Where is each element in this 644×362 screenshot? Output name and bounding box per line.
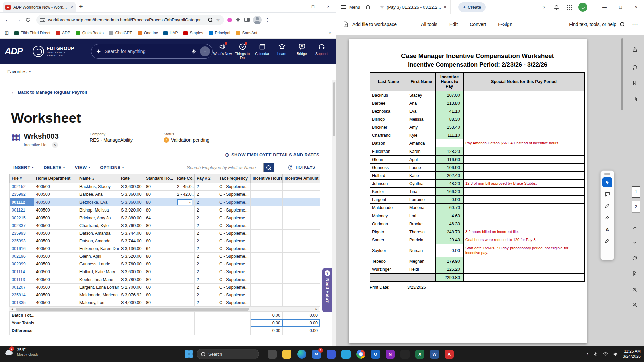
- page-down-icon[interactable]: [630, 237, 640, 247]
- nav-learn[interactable]: Learn: [272, 43, 292, 60]
- std-hours-cell[interactable]: 80: [144, 222, 175, 230]
- dept-cell[interactable]: 400500: [34, 198, 77, 206]
- window-minimize-button[interactable]: —: [597, 0, 612, 14]
- rate-code-cell[interactable]: [175, 214, 195, 222]
- pay2-cell[interactable]: 2: [195, 299, 217, 307]
- zoom-out-icon[interactable]: [630, 300, 640, 310]
- dept-cell[interactable]: 400500: [34, 214, 77, 222]
- rate-cell[interactable]: S 3,744.00: [119, 237, 144, 245]
- forward-icon[interactable]: →: [15, 17, 22, 23]
- tax-frequency-cell[interactable]: C - Suppleme...: [217, 214, 251, 222]
- all-tools-tab[interactable]: All tools: [421, 22, 437, 27]
- mic-icon[interactable]: [191, 49, 197, 54]
- tax-frequency-cell[interactable]: C - Suppleme...: [217, 284, 251, 291]
- grid-row[interactable]: 235814400500Maldonado, MarlenaS 3,076.92…: [10, 291, 320, 299]
- std-hours-cell[interactable]: 80: [144, 191, 175, 198]
- taskbar-app-edge[interactable]: [297, 350, 306, 359]
- more-options-icon[interactable]: ⋯: [632, 21, 638, 28]
- file-number-cell[interactable]: 001335: [10, 299, 34, 307]
- hotkeys-button[interactable]: ? HOTKEYS: [288, 165, 315, 170]
- std-hours-cell[interactable]: 80: [144, 276, 175, 284]
- file-number-cell[interactable]: 001113: [10, 276, 34, 284]
- window-minimize-button[interactable]: —: [290, 0, 305, 13]
- dept-cell[interactable]: 400500: [34, 284, 77, 291]
- tax-frequency-cell[interactable]: C - Suppleme...: [217, 245, 251, 253]
- options-menu[interactable]: OPTIONS▾: [100, 165, 124, 170]
- pdf-scrollbar-thumb[interactable]: [621, 38, 623, 110]
- apps-grid-icon[interactable]: ⊞: [5, 30, 9, 36]
- refresh-icon[interactable]: [630, 253, 640, 263]
- bookmark-item[interactable]: HAP: [163, 31, 178, 35]
- rate-cell[interactable]: S 3,780.00: [119, 276, 144, 284]
- std-hours-cell[interactable]: 80: [144, 291, 175, 299]
- zoom-in-icon[interactable]: [630, 285, 640, 295]
- rate-code-cell[interactable]: [175, 284, 195, 291]
- rate-code-cell[interactable]: [175, 230, 195, 237]
- pay2-cell[interactable]: 2: [195, 291, 217, 299]
- pay2-cell[interactable]: 2: [195, 191, 217, 198]
- rate-code-cell[interactable]: [175, 260, 195, 268]
- incentive-hours-cell[interactable]: [251, 284, 283, 291]
- extensions-icon[interactable]: [235, 17, 241, 23]
- std-hours-cell[interactable]: 80: [144, 253, 175, 260]
- incentive-hours-cell[interactable]: [251, 260, 283, 268]
- incentive-hours-cell[interactable]: [251, 299, 283, 307]
- highlight-tool[interactable]: [602, 201, 612, 211]
- pay2-cell[interactable]: 2: [195, 206, 217, 214]
- rate-cell[interactable]: S 2,880.00: [119, 214, 144, 222]
- name-cell[interactable]: Holbird, Katie Mary: [77, 268, 119, 276]
- new-tab-button[interactable]: +: [79, 3, 83, 10]
- totals-hours-cell[interactable]: 0.00: [251, 319, 283, 327]
- nav-whats-new[interactable]: What's New: [213, 43, 232, 60]
- dept-cell[interactable]: 400500: [34, 206, 77, 214]
- incentive-amount-cell[interactable]: [283, 260, 320, 268]
- search-url-icon[interactable]: [208, 18, 213, 22]
- pay2-cell[interactable]: 2: [195, 260, 217, 268]
- add-text-tool[interactable]: A: [602, 224, 612, 234]
- convert-tab[interactable]: Convert: [470, 22, 486, 27]
- weather-widget[interactable]: 1 35°F Mostly cloudy: [3, 348, 39, 356]
- tax-frequency-cell[interactable]: C - Suppleme...: [217, 191, 251, 198]
- rate-code-cell[interactable]: 2 - 45.0...: [175, 183, 195, 191]
- rate-code-cell[interactable]: [175, 222, 195, 230]
- totals-amount-cell[interactable]: 0.00: [283, 319, 320, 327]
- bookmarks-panel-icon[interactable]: [630, 78, 640, 88]
- comment-tool[interactable]: [602, 189, 612, 199]
- browser-menu-icon[interactable]: ⋮: [265, 17, 270, 23]
- std-hours-cell[interactable]: 80: [144, 230, 175, 237]
- file-number-cell[interactable]: 002152: [10, 183, 34, 191]
- insert-menu[interactable]: INSERT▾: [13, 165, 34, 170]
- mic-tray-icon[interactable]: [593, 352, 598, 357]
- tax-frequency-cell[interactable]: C - Suppleme...: [217, 291, 251, 299]
- col-standard-hours[interactable]: Standard Ho...: [144, 174, 175, 183]
- pay2-cell[interactable]: 2: [195, 276, 217, 284]
- site-info-icon[interactable]: [40, 18, 45, 22]
- incentive-amount-cell[interactable]: [283, 198, 320, 206]
- name-cell[interactable]: Maloney, Lori: [77, 299, 119, 307]
- incentive-amount-cell[interactable]: [283, 237, 320, 245]
- grid-row[interactable]: 001207400500Largent, Edna LorraineS 2,70…: [10, 284, 320, 291]
- tax-frequency-cell[interactable]: C - Suppleme...: [217, 183, 251, 191]
- taskbar-app-skype[interactable]: [341, 350, 351, 359]
- bookmark-item[interactable]: Principal: [209, 31, 230, 35]
- window-close-button[interactable]: ×: [321, 0, 336, 13]
- name-cell[interactable]: Largent, Edna Lorraine: [77, 284, 119, 291]
- tax-frequency-cell[interactable]: C - Suppleme...: [217, 230, 251, 237]
- file-number-cell[interactable]: 001112: [10, 198, 34, 206]
- tax-frequency-cell[interactable]: C - Suppleme...: [217, 268, 251, 276]
- taskbar-clock[interactable]: 11:26 AM 3/24/2026: [623, 349, 641, 359]
- tax-frequency-cell[interactable]: C - Suppleme...: [217, 222, 251, 230]
- incentive-hours-cell[interactable]: [251, 276, 283, 284]
- bookmark-item[interactable]: Fifth Third Direct: [14, 31, 50, 35]
- add-file-button[interactable]: Add file to workspace: [342, 21, 397, 28]
- pay2-cell[interactable]: 2: [195, 214, 217, 222]
- more-tools-icon[interactable]: ⋯: [602, 248, 612, 258]
- app-grid-icon[interactable]: [566, 4, 572, 10]
- dept-cell[interactable]: 400500: [34, 291, 77, 299]
- need-help-tab[interactable]: ? Need Help?: [322, 268, 332, 312]
- rate-cell[interactable]: S 3,520.00: [119, 253, 144, 260]
- employee-search-button[interactable]: [264, 163, 274, 172]
- dept-cell[interactable]: 400500: [34, 276, 77, 284]
- incentive-amount-cell[interactable]: [283, 230, 320, 237]
- incentive-amount-cell[interactable]: [283, 276, 320, 284]
